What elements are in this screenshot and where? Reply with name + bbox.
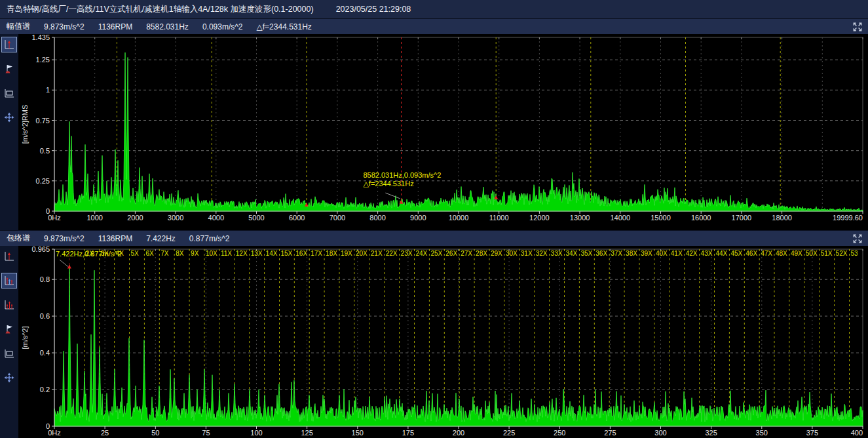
svg-text:46X: 46X bbox=[745, 250, 757, 257]
tool-pan-move[interactable] bbox=[1, 110, 17, 125]
svg-text:[m/s^2]RMS: [m/s^2]RMS bbox=[21, 105, 29, 144]
tool-single-cursor[interactable] bbox=[1, 249, 17, 264]
svg-text:25: 25 bbox=[101, 429, 109, 437]
tool-zoom-box[interactable] bbox=[1, 346, 17, 361]
amplitude-toolbar bbox=[0, 34, 18, 230]
tool-harmonic-cursor[interactable] bbox=[1, 273, 17, 289]
svg-text:39X: 39X bbox=[641, 250, 652, 257]
svg-text:3000: 3000 bbox=[168, 214, 183, 222]
tool-flag-marker[interactable] bbox=[1, 321, 17, 337]
svg-text:44X: 44X bbox=[716, 250, 728, 257]
svg-text:14X: 14X bbox=[266, 250, 278, 257]
tool-flag-marker[interactable] bbox=[1, 61, 17, 77]
svg-text:12000: 12000 bbox=[529, 214, 550, 222]
svg-text:53X: 53X bbox=[851, 250, 863, 257]
svg-text:350: 350 bbox=[756, 429, 768, 437]
svg-text:35X: 35X bbox=[580, 250, 592, 257]
svg-text:15000: 15000 bbox=[651, 214, 671, 222]
tool-pan-move[interactable] bbox=[1, 370, 17, 386]
svg-text:0.2: 0.2 bbox=[40, 386, 50, 393]
expand-arrows-icon bbox=[852, 22, 863, 32]
amplitude-expand-button[interactable] bbox=[852, 22, 863, 32]
svg-text:0.6: 0.6 bbox=[40, 312, 50, 320]
svg-text:42X: 42X bbox=[686, 250, 698, 257]
svg-text:50X: 50X bbox=[806, 250, 818, 257]
amplitude-cursor-amplitude: 0.093m/s^2 bbox=[202, 22, 243, 31]
svg-text:225: 225 bbox=[503, 429, 515, 437]
svg-text:47X: 47X bbox=[761, 250, 772, 257]
zoom-box-tool-icon bbox=[3, 348, 15, 359]
svg-text:25X: 25X bbox=[430, 250, 442, 257]
app-window: 青岛特钢/高线厂/一高线/11V立式轧机/减速机1轴输入4A/128k 加速度波… bbox=[0, 0, 868, 438]
svg-text:1000: 1000 bbox=[86, 214, 102, 222]
svg-text:52X: 52X bbox=[836, 250, 848, 257]
svg-text:375: 375 bbox=[806, 429, 818, 437]
svg-text:0Hz: 0Hz bbox=[48, 429, 61, 437]
sideband-cursor-tool-icon bbox=[3, 299, 15, 311]
envelope-toolbar bbox=[0, 246, 18, 438]
single-cursor-tool-icon bbox=[3, 250, 15, 262]
tool-zoom-box[interactable] bbox=[1, 85, 17, 101]
svg-text:0.8: 0.8 bbox=[40, 275, 50, 283]
svg-text:27X: 27X bbox=[461, 250, 472, 257]
envelope-rpm-value: 1136RPM bbox=[98, 234, 132, 243]
flag-marker-tool-icon bbox=[3, 63, 15, 75]
svg-text:12X: 12X bbox=[236, 250, 248, 257]
svg-text:9X: 9X bbox=[191, 250, 199, 257]
tool-sideband-cursor[interactable] bbox=[1, 297, 17, 313]
svg-text:325: 325 bbox=[705, 429, 717, 437]
amplitude-overall-value: 9.873m/s^2 bbox=[44, 22, 85, 31]
svg-text:5X: 5X bbox=[131, 250, 140, 257]
envelope-expand-button[interactable] bbox=[852, 233, 863, 244]
amplitude-cursor-frequency: 8582.031Hz bbox=[146, 22, 189, 31]
svg-text:10000: 10000 bbox=[449, 214, 469, 222]
svg-text:14000: 14000 bbox=[611, 214, 631, 222]
svg-text:32X: 32X bbox=[536, 250, 548, 257]
svg-text:37X: 37X bbox=[611, 250, 622, 257]
svg-text:50: 50 bbox=[151, 429, 159, 437]
title-bar: 青岛特钢/高线厂/一高线/11V立式轧机/减速机1轴输入4A/128k 加速度波… bbox=[0, 0, 868, 18]
svg-text:250: 250 bbox=[554, 429, 565, 437]
harmonic-cursor-tool-icon bbox=[3, 275, 15, 287]
svg-text:16000: 16000 bbox=[691, 214, 711, 222]
svg-text:38X: 38X bbox=[626, 250, 637, 257]
svg-text:49X: 49X bbox=[791, 250, 802, 257]
svg-text:22X: 22X bbox=[386, 250, 398, 257]
amplitude-spectrum-chart[interactable]: 0Hz1000200030004000500060007000800090001… bbox=[18, 34, 868, 230]
svg-text:75: 75 bbox=[202, 429, 210, 437]
svg-text:31X: 31X bbox=[521, 250, 533, 257]
svg-text:7000: 7000 bbox=[330, 214, 345, 222]
zoom-box-tool-icon bbox=[3, 87, 15, 99]
svg-text:19X: 19X bbox=[341, 250, 352, 257]
svg-text:100: 100 bbox=[250, 429, 262, 437]
svg-text:23X: 23X bbox=[401, 250, 413, 257]
svg-text:150: 150 bbox=[352, 429, 364, 437]
amplitude-panel-title: 幅值谱 bbox=[7, 21, 30, 32]
svg-text:41X: 41X bbox=[671, 250, 683, 257]
envelope-cursor-amplitude: 0.877m/s^2 bbox=[189, 234, 230, 243]
svg-text:24X: 24X bbox=[416, 250, 428, 257]
svg-text:0.25: 0.25 bbox=[36, 177, 50, 185]
flag-marker-tool-icon bbox=[3, 323, 15, 335]
amplitude-chart-region: 0Hz1000200030004000500060007000800090001… bbox=[0, 34, 868, 230]
envelope-header: 包络谱 9.873m/s^2 1136RPM 7.422Hz 0.877m/s^… bbox=[0, 230, 868, 246]
measurement-path: 青岛特钢/高线厂/一高线/11V立式轧机/减速机1轴输入4A/128k 加速度波… bbox=[7, 4, 314, 15]
envelope-cursor-frequency: 7.422Hz bbox=[146, 234, 176, 243]
tool-single-cursor[interactable] bbox=[1, 37, 17, 52]
envelope-spectrum-chart[interactable]: 0Hz2550751001251501752002252502753003253… bbox=[18, 246, 868, 438]
svg-text:0: 0 bbox=[46, 207, 50, 215]
svg-text:4000: 4000 bbox=[208, 214, 224, 222]
amplitude-delta-f: △f=2344.531Hz bbox=[257, 22, 312, 31]
svg-text:0: 0 bbox=[46, 422, 50, 430]
svg-text:20X: 20X bbox=[356, 250, 368, 257]
svg-text:34X: 34X bbox=[566, 250, 578, 257]
svg-text:175: 175 bbox=[402, 429, 414, 437]
svg-text:8000: 8000 bbox=[369, 214, 385, 222]
svg-text:0.965: 0.965 bbox=[31, 246, 50, 253]
svg-text:2000: 2000 bbox=[127, 214, 143, 222]
amplitude-header: 幅值谱 9.873m/s^2 1136RPM 8582.031Hz 0.093m… bbox=[0, 18, 868, 34]
amplitude-panel: 幅值谱 9.873m/s^2 1136RPM 8582.031Hz 0.093m… bbox=[0, 18, 868, 230]
envelope-panel-title: 包络谱 bbox=[7, 233, 30, 244]
svg-text:13X: 13X bbox=[251, 250, 263, 257]
svg-text:26X: 26X bbox=[445, 250, 457, 257]
